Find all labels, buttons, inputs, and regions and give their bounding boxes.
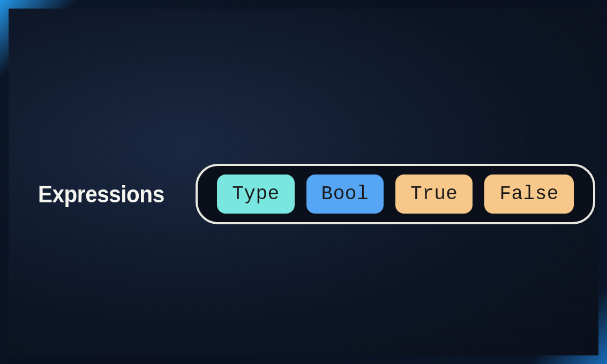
content-row: Expressions Type Bool True False [38,164,569,224]
expression-pill-container: Type Bool True False [196,164,595,224]
slide-panel: Expressions Type Bool True False [9,9,598,355]
expression-pill-bool: Bool [306,175,384,214]
section-heading: Expressions [38,181,164,208]
expression-pill-type: Type [217,175,294,214]
expression-pill-true: True [395,175,473,214]
expression-pill-false: False [484,175,574,214]
